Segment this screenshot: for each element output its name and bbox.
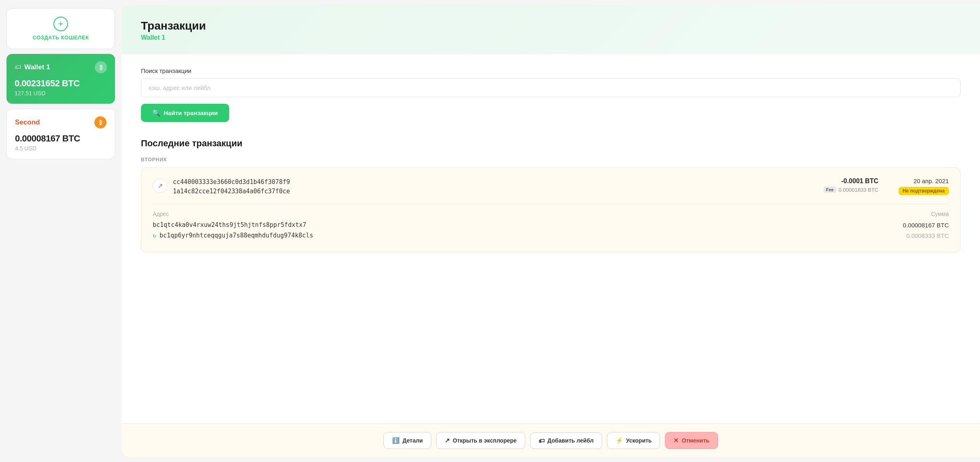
tx-up-icon: ↗ (153, 178, 167, 193)
tx-amount-block: -0.0001 BTC Fee 0.00001833 BTC (814, 178, 878, 193)
search-input[interactable] (141, 78, 961, 97)
tx-address-row-1: bc1qtc4ka0v4rxuw24ths9jt5hjtnfs8ppr5fdxt… (153, 221, 949, 229)
main-content: Транзакции Wallet 1 Поиск транзакции 🔍 Н… (121, 5, 980, 457)
tx-top-row: ↗ cc440003333e3660c0d3d1b46f3078f9 1a14c… (153, 178, 949, 196)
create-wallet-button[interactable]: + СОЗДАТЬ КОШЕЛЕК (6, 8, 115, 49)
tx-actions-row: ℹ️ Детали ↗ Открыть в эксплорере 🏷 Добав… (121, 424, 980, 457)
search-input-wrapper (141, 78, 961, 97)
rotate-icon: ↻ (153, 232, 156, 239)
main-body: Поиск транзакции 🔍 Найти транзакции Посл… (121, 54, 980, 424)
main-header: Транзакции Wallet 1 (121, 5, 980, 54)
address-column-label: Адрес (153, 211, 169, 217)
add-label-button[interactable]: 🏷 Добавить лейбл (530, 432, 602, 449)
wallet-card-1[interactable]: 🏷 Wallet 1 ₿ 0.00231652 BTC 127.51 USD (6, 54, 115, 104)
tx-address-row-2: ↻ bc1qp6yr9nhtceqqguja7s88eqmhdufdug974k… (153, 232, 949, 239)
create-wallet-label: СОЗДАТЬ КОШЕЛЕК (32, 34, 89, 41)
tx-amount: -0.0001 BTC (814, 178, 878, 185)
btc-symbol-1: ₿ (100, 64, 102, 71)
unconfirmed-badge: Не подтверждена (899, 187, 949, 195)
page-subtitle: Wallet 1 (141, 34, 961, 41)
wallet-amount-1: 0.00231652 BTC (15, 78, 107, 89)
btc-badge-2: ₿ (94, 116, 107, 128)
tx-hash-block: cc440003333e3660c0d3d1b46f3078f9 1a14c82… (173, 178, 808, 196)
speed-up-label: Ускорить (626, 437, 652, 444)
info-icon: ℹ️ (392, 437, 400, 444)
recent-section: Последние транзакции ВТОРНИК ↗ cc4400033… (141, 138, 961, 252)
tx-date-block: 20 апр. 2021 Не подтверждена (884, 178, 949, 195)
btc-symbol-2: ₿ (99, 120, 102, 126)
search-label: Поиск транзакции (141, 67, 961, 74)
details-label: Детали (403, 437, 423, 444)
fee-badge: Fee (824, 186, 836, 193)
close-icon: ✕ (673, 437, 679, 444)
lightning-icon: ⚡ (616, 437, 623, 444)
details-button[interactable]: ℹ️ Детали (383, 432, 431, 449)
transaction-card: ↗ cc440003333e3660c0d3d1b46f3078f9 1a14c… (141, 167, 961, 252)
wallet-name-2: Second (15, 118, 40, 126)
tx-date: 20 апр. 2021 (884, 178, 949, 184)
tx-amount-2: 0.0008333 BTC (906, 232, 949, 239)
recent-title: Последние транзакции (141, 138, 961, 149)
search-icon: 🔍 (152, 109, 160, 117)
page-title: Транзакции (141, 19, 961, 32)
wallet-usd-1: 127.51 USD (15, 90, 107, 96)
external-link-icon: ↗ (445, 437, 450, 444)
wallet-usd-2: 4.5 USD (15, 145, 107, 152)
wallet-card-left-2: Second (15, 118, 40, 126)
wallet-card-2[interactable]: Second ₿ 0.00008167 BTC 4.5 USD (6, 109, 115, 159)
wallet-card-header-2: Second ₿ (15, 116, 107, 128)
wallet-name-1: Wallet 1 (24, 63, 50, 71)
search-button[interactable]: 🔍 Найти транзакции (141, 104, 229, 122)
tx-address-2: bc1qp6yr9nhtceqqguja7s88eqmhdufdug974k8c… (160, 232, 313, 239)
tx-address-1: bc1qtc4ka0v4rxuw24ths9jt5hjtnfs8ppr5fdxt… (153, 221, 306, 229)
cancel-label: Отменить (682, 437, 709, 444)
plus-icon: + (53, 17, 68, 31)
explorer-label: Открыть в эксплорере (453, 437, 517, 444)
sidebar: + СОЗДАТЬ КОШЕЛЕК 🏷 Wallet 1 ₿ 0.0023165… (0, 0, 121, 462)
speed-up-button[interactable]: ⚡ Ускорить (607, 432, 660, 449)
search-section: Поиск транзакции 🔍 Найти транзакции (141, 67, 961, 122)
explorer-button[interactable]: ↗ Открыть в эксплорере (436, 432, 525, 449)
tx-amount-1: 0.00008167 BTC (903, 222, 949, 229)
fee-value: 0.00001833 BTC (839, 187, 878, 193)
wallet-card-left-1: 🏷 Wallet 1 (15, 63, 50, 71)
arrow-up-icon: ↗ (158, 182, 163, 190)
tx-hash-line1: cc440003333e3660c0d3d1b46f3078f9 (173, 178, 808, 187)
tx-hash-line2: 1a14c82cce12f042338a4a06fc37f0ce (173, 187, 808, 196)
tx-fee-row: Fee 0.00001833 BTC (814, 186, 878, 193)
bookmark-icon: 🏷 (15, 64, 21, 71)
amount-column-label: Сумма (931, 211, 949, 217)
wallet-card-header-1: 🏷 Wallet 1 ₿ (15, 61, 107, 73)
cancel-button[interactable]: ✕ Отменить (665, 432, 718, 449)
btc-badge-1: ₿ (95, 61, 107, 73)
tx-details-section: Адрес Сумма bc1qtc4ka0v4rxuw24ths9jt5hjt… (153, 204, 949, 239)
search-button-label: Найти транзакции (164, 109, 218, 116)
day-label: ВТОРНИК (141, 157, 961, 163)
wallet-amount-2: 0.00008167 BTC (15, 133, 107, 144)
tag-icon: 🏷 (539, 437, 545, 444)
tx-address-link-2[interactable]: ↻ bc1qp6yr9nhtceqqguja7s88eqmhdufdug974k… (153, 232, 313, 239)
add-label-text: Добавить лейбл (548, 437, 594, 444)
tx-details-header: Адрес Сумма (153, 211, 949, 217)
